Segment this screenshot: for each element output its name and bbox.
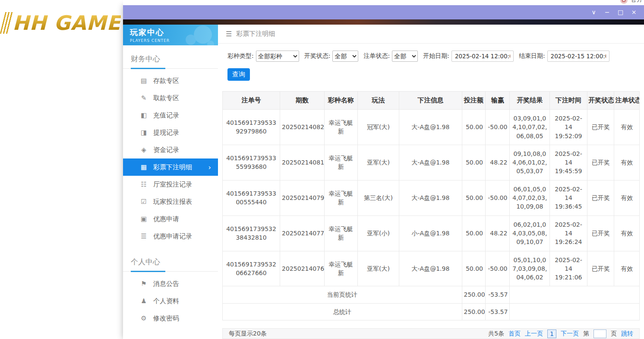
sidebar-item[interactable]: ✎取款专区›: [123, 89, 218, 107]
sidebar-item-label: 彩票下注明细: [153, 163, 192, 171]
search-button[interactable]: 查询: [227, 68, 250, 81]
sidebar-item-label: 修改密码: [153, 314, 179, 323]
draw-status-label: 开奖状态:: [304, 52, 331, 60]
chevron-right-icon: ›: [208, 163, 211, 171]
official-site-icon: [620, 0, 628, 4]
brand-bars-decoration: [0, 12, 14, 34]
page-prefix-label: 第: [583, 330, 589, 338]
brand-logo-text: HH GAME: [13, 11, 121, 35]
prev-page-link[interactable]: 上一页: [525, 330, 543, 338]
current-page-indicator[interactable]: 1: [547, 329, 556, 338]
bets-table: 注单号期数彩种名称玩法下注信息投注额输赢开奖结果下注时间开奖状态注单状态 401…: [222, 91, 640, 320]
user-icon: ♟: [139, 297, 148, 305]
official-badge[interactable]: 官方: [620, 0, 642, 4]
table-row: 40156917395339297986020250214082幸运飞艇新冠军(…: [223, 110, 640, 145]
table-cell: 幸运飞艇新: [324, 180, 357, 215]
sidebar-item[interactable]: ▣优惠申请›: [123, 210, 218, 228]
table-cell: 401569173953392979860: [223, 110, 280, 145]
lottery-icon: ▦: [139, 163, 148, 171]
table-cell: 50.00: [462, 215, 485, 251]
table-body: 40156917395339297986020250214082幸运飞艇新冠军(…: [223, 110, 640, 320]
promo-icon: ▣: [139, 215, 148, 223]
column-header: 玩法: [357, 92, 399, 110]
close-icon[interactable]: ×: [627, 5, 641, 19]
sidebar-item-label: 厅室投注记录: [153, 181, 192, 189]
summary-winloss-total: -53.57: [485, 303, 509, 320]
page-jump-input[interactable]: [593, 329, 606, 338]
sidebar-item[interactable]: ⚑消息公告›: [123, 275, 218, 292]
table-cell: -50.00: [485, 251, 509, 286]
table-cell: 401569173953206627660: [223, 251, 280, 286]
table-cell: 幸运飞艇新: [324, 145, 357, 180]
table-cell: 401569173953300555440: [223, 180, 280, 215]
table-cell: 有效: [614, 251, 640, 286]
filter-panel: 彩种类型: 全部彩种 开奖状态: 全部 注单状态:: [218, 44, 644, 87]
table-cell: 有效: [614, 145, 640, 180]
sidebar-item[interactable]: ☷厅室投注记录›: [123, 176, 218, 193]
table-cell: 小-A盘@1.98: [399, 215, 462, 251]
table-cell: 06,01,05,04,07,02,03,10,09,08: [510, 180, 550, 215]
table-cell: 48.22: [485, 215, 509, 251]
minimize-icon[interactable]: −: [600, 5, 614, 19]
summary-winloss-total: -53.57: [485, 286, 509, 303]
hall-icon: ☷: [139, 181, 148, 188]
page-size-text: 每页显示20条: [229, 330, 267, 338]
table-cell: 大-A盘@1.98: [399, 145, 462, 180]
cashout-icon: ◨: [139, 129, 148, 136]
next-page-link[interactable]: 下一页: [561, 330, 579, 338]
table-cell: 2025-02-14 19:52:09: [550, 110, 587, 145]
sidebar-header: 玩家中心 PLAYERS CENTER: [123, 25, 218, 45]
app-window: ∨ − □ × 玩家中心 PLAYERS CENTER 财务中心▤存款专区›✎取…: [123, 5, 644, 339]
menu-toggle-icon[interactable]: ☰: [226, 30, 232, 38]
total-count-text: 共5条: [488, 330, 504, 338]
summary-empty-cell: [510, 303, 640, 320]
sidebar-item[interactable]: ▤存款专区›: [123, 72, 218, 89]
bets-table-wrap: 注单号期数彩种名称玩法下注信息投注额输赢开奖结果下注时间开奖状态注单状态 401…: [222, 91, 640, 320]
sidebar-item-label: 提现记录: [153, 129, 179, 137]
end-date-input[interactable]: [547, 51, 609, 62]
sidebar-section-title: 财务中心: [123, 49, 218, 69]
draw-status-filter: 开奖状态: 全部: [304, 51, 359, 62]
page-title: 彩票下注明细: [236, 30, 275, 38]
table-cell: 20250214077: [280, 215, 325, 251]
official-label: 官方: [631, 0, 642, 4]
bet-status-select[interactable]: 全部: [392, 51, 418, 62]
first-page-link[interactable]: 首页: [508, 330, 521, 338]
window-titlebar: ∨ − □ ×: [123, 5, 644, 19]
recharge-icon: ◧: [139, 111, 148, 119]
sidebar-item-label: 取款专区: [153, 94, 179, 102]
summary-bet-total: 250.00: [462, 303, 485, 320]
sidebar-subtitle: PLAYERS CENTER: [130, 38, 218, 43]
table-row: 40156917395330055544020250214079幸运飞艇新第三名…: [223, 180, 640, 215]
column-header: 下注信息: [399, 92, 462, 110]
column-header: 注单号: [223, 92, 280, 110]
maximize-icon[interactable]: □: [614, 5, 627, 19]
draw-status-select[interactable]: 全部: [332, 51, 358, 62]
table-cell: 50.00: [462, 110, 485, 145]
sidebar-item[interactable]: ☑玩家投注报表›: [123, 193, 218, 210]
sidebar-item[interactable]: ◈资金记录›: [123, 141, 218, 158]
table-cell: 20250214082: [280, 110, 325, 145]
jump-link[interactable]: 跳转: [621, 330, 633, 338]
sidebar-item[interactable]: ☰优惠申请记录›: [123, 228, 218, 245]
sidebar-item[interactable]: ▦彩票下注明细›: [123, 158, 218, 176]
table-header-row: 注单号期数彩种名称玩法下注信息投注额输赢开奖结果下注时间开奖状态注单状态: [223, 92, 640, 110]
top-strip: 官方: [123, 0, 644, 5]
bet-status-label: 注单状态:: [363, 52, 390, 60]
sidebar-item[interactable]: ♟个人资料›: [123, 292, 218, 310]
sidebar-item[interactable]: ◧充值记录›: [123, 107, 218, 124]
collapse-chevron-icon[interactable]: ∨: [587, 5, 600, 19]
lottery-type-label: 彩种类型:: [227, 52, 254, 60]
report-icon: ☑: [139, 198, 148, 206]
table-cell: 06,02,01,04,03,05,08,09,10,07: [510, 215, 550, 251]
banner-image-strip: [123, 19, 644, 25]
table-cell: 亚军(大): [357, 251, 399, 286]
table-cell: 20250214081: [280, 145, 325, 180]
sidebar-item[interactable]: ⚙修改密码›: [123, 310, 218, 327]
page-suffix-label: 页: [611, 330, 617, 338]
sidebar-item-label: 玩家投注报表: [153, 198, 192, 206]
start-date-input[interactable]: [451, 51, 514, 62]
sidebar-item[interactable]: ◨提现记录›: [123, 124, 218, 141]
lottery-type-select[interactable]: 全部彩种: [256, 51, 299, 62]
summary-row: 当前页统计250.00-53.57: [223, 286, 640, 303]
